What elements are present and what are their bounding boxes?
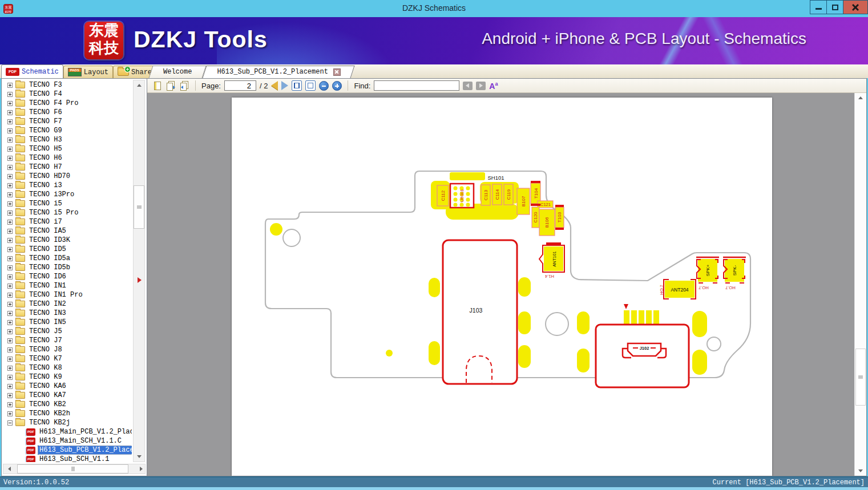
tab-current-document[interactable]: H613_Sub_PCB_V1.2_Placement (204, 66, 353, 78)
tree-folder-row[interactable]: TECNO G9 (2, 126, 132, 135)
scroll-up-icon[interactable] (858, 96, 863, 99)
expand-icon[interactable] (7, 393, 13, 398)
tree-folder-row[interactable]: TECNO K7 (2, 354, 132, 363)
document-viewport[interactable]: SH101 (147, 93, 866, 476)
document-vertical-scrollbar[interactable] (854, 93, 866, 476)
expand-icon[interactable] (7, 165, 13, 170)
expand-icon[interactable] (7, 366, 13, 371)
expand-icon[interactable] (7, 110, 13, 115)
tree-folder-row[interactable]: TECNO KB2 (2, 400, 132, 409)
tree-folder-row[interactable]: TECNO F7 (2, 117, 132, 126)
tree-folder-row[interactable]: TECNO ID5 (2, 245, 132, 254)
expand-icon[interactable] (7, 411, 13, 416)
close-button[interactable] (843, 0, 868, 14)
tree-folder-row[interactable]: TECNO H3 (2, 135, 132, 144)
sidebar-vertical-scrollbar[interactable] (133, 80, 145, 462)
expand-icon[interactable] (7, 229, 13, 234)
expand-icon[interactable] (7, 83, 13, 88)
tree-file-row[interactable]: PDFH613_Main_SCH_V1.1.C (2, 436, 132, 446)
scroll-down-icon[interactable] (137, 455, 142, 458)
expand-icon[interactable] (7, 147, 13, 152)
expand-icon[interactable] (7, 119, 13, 124)
tab-schematic[interactable]: PDF Schematic (1, 64, 63, 78)
minimize-button[interactable] (810, 0, 826, 14)
maximize-button[interactable] (826, 0, 843, 14)
tree-folder-row[interactable]: TECNO IN5 (2, 318, 132, 327)
tree-folder-row[interactable]: TECNO J5 (2, 327, 132, 336)
expand-icon[interactable] (7, 128, 13, 133)
tree-folder-row[interactable]: TECNO ID5a (2, 254, 132, 263)
tab-layout[interactable]: PADS Layout (63, 66, 113, 78)
zoom-in-button[interactable] (332, 81, 342, 91)
expand-icon[interactable] (7, 357, 13, 362)
tree-folder-row[interactable]: TECNO IN1 (2, 281, 132, 290)
expand-icon[interactable] (7, 338, 13, 343)
tree-file-row[interactable]: PDFH613_Sub_SCH_V1.1 (2, 455, 132, 462)
tree-folder-row[interactable]: TECNO i5 (2, 199, 132, 208)
expand-icon[interactable] (7, 274, 13, 280)
expand-icon[interactable] (7, 210, 13, 216)
previous-page-button[interactable] (271, 81, 278, 90)
tree-folder-row[interactable]: TECNO HD70 (2, 172, 132, 181)
page-number-input[interactable] (224, 80, 256, 91)
tree-folder-row[interactable]: TECNO H5 (2, 144, 132, 153)
expand-icon[interactable] (7, 238, 13, 243)
find-previous-button[interactable] (463, 82, 473, 90)
tree-folder-row[interactable]: TECNO J7 (2, 336, 132, 345)
tree-folder-row[interactable]: TECNO KB2h (2, 409, 132, 418)
tree-folder-row[interactable]: TECNO K9 (2, 372, 132, 382)
expand-icon[interactable] (7, 384, 13, 389)
expand-icon[interactable] (7, 247, 13, 252)
expand-icon[interactable] (7, 137, 13, 143)
fit-page-button[interactable] (305, 80, 316, 91)
fit-width-button[interactable] (292, 80, 302, 91)
expand-icon[interactable] (7, 402, 13, 407)
tree-folder-row[interactable]: TECNO KA7 (2, 391, 132, 400)
snapshot-button[interactable] (179, 80, 189, 91)
tree-file-row[interactable]: PDFH613_Sub_PCB_V1.2_Placement (2, 446, 132, 455)
zoom-out-button[interactable] (319, 81, 329, 91)
expand-icon[interactable] (7, 201, 13, 206)
copy-page-button[interactable] (165, 80, 176, 91)
close-tab-icon[interactable] (333, 68, 341, 76)
tree-folder-row[interactable]: TECNO i3Pro (2, 190, 132, 199)
expand-icon[interactable] (7, 156, 13, 161)
tree-folder-row[interactable]: TECNO i7 (2, 217, 132, 226)
expand-icon[interactable] (7, 183, 13, 188)
tree-folder-row[interactable]: TECNO IN1 Pro (2, 290, 132, 299)
expand-icon[interactable] (7, 329, 13, 334)
expand-icon[interactable] (7, 220, 13, 225)
tree-folder-row[interactable]: TECNO KB2j (2, 418, 132, 427)
expand-icon[interactable] (7, 311, 13, 316)
tree-folder-row[interactable]: TECNO F4 Pro (2, 99, 132, 108)
next-page-button[interactable] (281, 81, 288, 90)
collapse-icon[interactable] (7, 420, 13, 426)
find-input[interactable] (374, 80, 459, 91)
expand-icon[interactable] (7, 293, 13, 298)
expand-icon[interactable] (7, 265, 13, 270)
scroll-down-icon[interactable] (858, 469, 863, 472)
expand-icon[interactable] (7, 101, 13, 106)
page-view-button[interactable] (153, 80, 162, 91)
scrollbar-thumb[interactable] (134, 185, 144, 229)
scroll-right-icon[interactable] (140, 467, 143, 471)
tab-welcome[interactable]: Welcome (151, 66, 204, 78)
tree-folder-row[interactable]: TECNO IN2 (2, 299, 132, 309)
tree-folder-row[interactable]: TECNO i5 Pro (2, 208, 132, 217)
tree-folder-row[interactable]: TECNO H6 (2, 153, 132, 163)
tree-file-row[interactable]: PDFH613_Main_PCB_V1.2_Placement (2, 427, 132, 436)
expand-icon[interactable] (7, 347, 13, 353)
scroll-left-icon[interactable] (8, 467, 11, 471)
sidebar-horizontal-scrollbar[interactable] (3, 464, 146, 474)
find-next-button[interactable] (476, 82, 486, 90)
font-size-button[interactable]: Aa (489, 81, 498, 91)
expand-icon[interactable] (7, 256, 13, 261)
scroll-up-icon[interactable] (137, 84, 142, 87)
tree-folder-row[interactable]: TECNO K8 (2, 363, 132, 372)
tree-folder-row[interactable]: TECNO i3 (2, 181, 132, 190)
tree-folder-row[interactable]: TECNO ID3K (2, 236, 132, 245)
expand-icon[interactable] (7, 192, 13, 197)
splitter-collapse-icon[interactable] (138, 277, 142, 283)
expand-icon[interactable] (7, 320, 13, 325)
expand-icon[interactable] (7, 302, 13, 307)
